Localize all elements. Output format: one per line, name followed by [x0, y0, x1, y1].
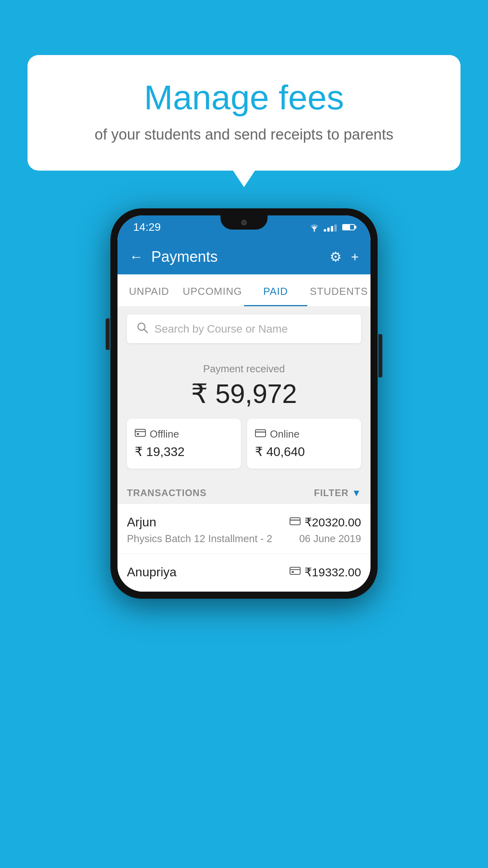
tab-unpaid[interactable]: UNPAID [117, 274, 181, 306]
signal-icon [324, 223, 337, 232]
payment-summary: Payment received ₹ 59,972 [117, 351, 371, 480]
phone-frame: 14:29 [110, 208, 378, 599]
bubble-title: Manage fees [59, 79, 429, 117]
online-icon [255, 428, 266, 440]
filter-icon: ▼ [352, 487, 361, 498]
course-info: Physics Batch 12 Installment - 2 [127, 533, 272, 545]
svg-rect-5 [137, 433, 139, 435]
search-icon [136, 322, 148, 336]
tab-paid[interactable]: PAID [244, 274, 307, 306]
offline-amount: ₹ 19,332 [135, 444, 233, 459]
settings-icon[interactable]: ⚙ [330, 249, 341, 265]
tab-students[interactable]: STUDENTS [307, 274, 371, 306]
student-name: Arjun [127, 515, 156, 530]
transaction-bottom: Physics Batch 12 Installment - 2 06 June… [127, 533, 361, 545]
transaction-date: 06 June 2019 [299, 533, 361, 545]
student-name: Anupriya [127, 565, 176, 579]
offline-icon [135, 428, 146, 440]
header-icons: ⚙ + [330, 249, 359, 265]
notch [220, 215, 268, 230]
status-time: 14:29 [133, 221, 161, 234]
tab-upcoming[interactable]: UPCOMING [181, 274, 244, 306]
payment-type-icon [290, 516, 301, 528]
tabs-bar: UNPAID UPCOMING PAID STUDENTS [117, 274, 371, 307]
search-container: Search by Course or Name [117, 307, 371, 351]
transaction-amount-wrap: ₹20320.00 [290, 515, 361, 529]
filter-label: FILTER [314, 487, 349, 498]
status-icons [309, 223, 355, 232]
status-bar: 14:29 [117, 215, 371, 239]
battery-icon [342, 224, 355, 230]
offline-card-top: Offline [135, 428, 233, 440]
transaction-amount: ₹20320.00 [305, 515, 361, 529]
camera-dot [241, 220, 247, 225]
phone-mockup: 14:29 [110, 208, 378, 599]
payment-type-icon [290, 566, 301, 578]
app-header: ← Payments ⚙ + [117, 239, 371, 274]
payment-cards: Offline ₹ 19,332 [127, 419, 361, 469]
filter-button[interactable]: FILTER ▼ [314, 487, 361, 498]
search-placeholder: Search by Course or Name [154, 323, 288, 335]
add-icon[interactable]: + [351, 249, 359, 265]
transaction-row[interactable]: Anupriya ₹19332.00 [117, 554, 371, 592]
bubble-subtitle: of your students and send receipts to pa… [59, 126, 429, 143]
phone-screen: 14:29 [117, 215, 371, 592]
offline-label: Offline [150, 428, 179, 440]
svg-rect-3 [135, 429, 145, 436]
online-payment-card: Online ₹ 40,640 [247, 419, 361, 469]
svg-rect-6 [255, 430, 266, 437]
back-button[interactable]: ← [129, 248, 143, 265]
online-amount: ₹ 40,640 [255, 444, 353, 459]
transactions-header: TRANSACTIONS FILTER ▼ [117, 480, 371, 504]
transaction-amount: ₹19332.00 [305, 565, 361, 579]
svg-line-2 [144, 329, 147, 333]
transaction-row[interactable]: Arjun ₹20320.00 Physics Batch 12 Install… [117, 504, 371, 554]
svg-rect-8 [290, 518, 300, 525]
header-title: Payments [151, 248, 322, 265]
offline-payment-card: Offline ₹ 19,332 [127, 419, 241, 469]
online-label: Online [270, 428, 299, 440]
transaction-amount-wrap: ₹19332.00 [290, 565, 361, 579]
svg-rect-12 [292, 571, 294, 573]
transaction-top: Arjun ₹20320.00 [127, 515, 361, 530]
svg-point-0 [314, 230, 315, 232]
transactions-label: TRANSACTIONS [127, 487, 207, 498]
search-bar[interactable]: Search by Course or Name [127, 314, 361, 343]
payment-received-label: Payment received [127, 363, 361, 375]
speech-bubble: Manage fees of your students and send re… [28, 55, 460, 171]
speech-bubble-section: Manage fees of your students and send re… [28, 55, 460, 171]
transaction-top: Anupriya ₹19332.00 [127, 565, 361, 579]
payment-total-amount: ₹ 59,972 [127, 378, 361, 409]
wifi-icon [309, 223, 320, 232]
svg-rect-10 [290, 567, 300, 574]
online-card-top: Online [255, 428, 353, 440]
